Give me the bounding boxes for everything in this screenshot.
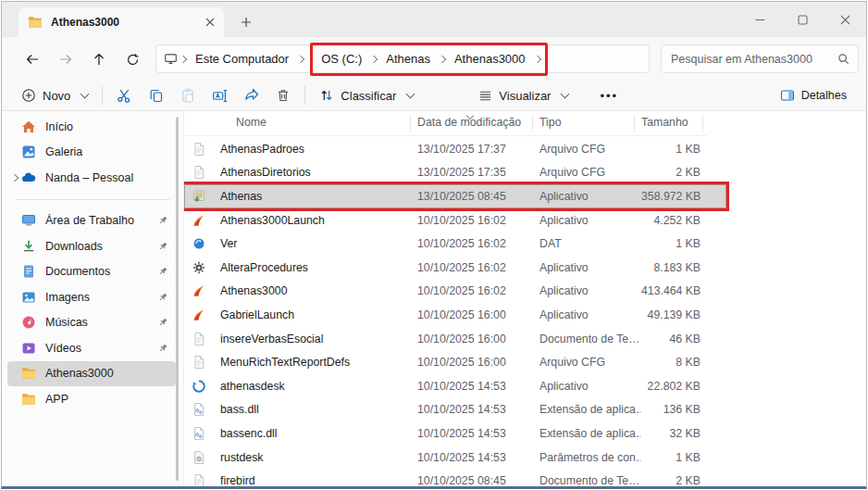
column-header-data[interactable]: Data de modificação <box>417 116 521 129</box>
file-row-gabriellaunch[interactable]: GabrielLaunch10/10/2025 16:00Aplicativo4… <box>184 303 726 327</box>
navigation-bar: Este Computador OS (C:)AthenasAthenas300… <box>2 37 866 81</box>
column-header-tipo[interactable]: Tipo <box>539 116 561 129</box>
tab-close-icon[interactable] <box>205 18 215 27</box>
chevron-down-icon <box>406 90 415 99</box>
file-name: bass.dll <box>216 403 417 416</box>
file-name: Athenas <box>216 190 417 203</box>
share-button[interactable] <box>236 82 267 108</box>
dll-icon <box>192 426 206 441</box>
chevron-right-icon[interactable] <box>7 175 21 181</box>
file-row-menurichtextreportdefs[interactable]: MenuRichTextReportDefs10/10/2025 16:00Ar… <box>184 350 726 374</box>
file-name: AthenasPadroes <box>216 143 417 156</box>
delete-button[interactable] <box>267 82 299 108</box>
folder-icon <box>21 366 36 381</box>
tab-athenas3000[interactable]: Athenas3000 <box>19 7 224 37</box>
rename-button[interactable] <box>204 82 236 108</box>
file-row-alteraprocedures[interactable]: AlteraProcedures10/10/2025 16:02Aplicati… <box>184 256 726 280</box>
new-button-label: Novo <box>43 89 70 103</box>
file-size: 4.252 KB <box>641 214 701 227</box>
doc-file-icon <box>192 332 206 346</box>
file-row-athenasdiretorios[interactable]: AthenasDiretorios13/10/2025 17:35Arquivo… <box>184 161 726 185</box>
column-separator[interactable] <box>702 115 703 131</box>
up-button[interactable] <box>85 45 113 73</box>
close-button[interactable] <box>824 2 866 37</box>
file-size: 32 KB <box>641 427 701 440</box>
plus-circle-icon <box>21 88 36 103</box>
column-separator[interactable] <box>410 115 411 131</box>
paste-button[interactable] <box>172 82 204 108</box>
column-separator[interactable] <box>532 115 533 131</box>
file-row-athenas3000launch[interactable]: Athenas3000Launch10/10/2025 16:02Aplicat… <box>184 208 726 232</box>
details-button[interactable]: Detalhes <box>772 82 855 108</box>
search-icon[interactable] <box>837 52 850 66</box>
breadcrumb-item-athenas[interactable]: Athenas <box>379 52 437 66</box>
column-separator[interactable] <box>634 115 635 131</box>
share-icon <box>244 88 259 103</box>
sidebar-item-athenas3000[interactable]: Athenas3000 <box>7 361 176 387</box>
file-type: Aplicativo <box>539 308 641 321</box>
athenas-app-icon <box>192 213 206 228</box>
search-box[interactable] <box>661 44 859 73</box>
file-row-rustdesk[interactable]: rustdesk10/10/2025 14:53Parâmetros de co… <box>184 446 726 470</box>
sort-button[interactable]: Classificar <box>311 82 422 108</box>
sidebar-item-imagens[interactable]: Imagens <box>7 284 176 310</box>
file-row-ver[interactable]: Ver10/10/2025 16:02DAT1 KB <box>184 232 726 256</box>
home-icon <box>21 119 36 134</box>
sidebar-item-label: Início <box>45 120 176 133</box>
sidebar-item-videos[interactable]: Vídeos <box>7 335 176 361</box>
sidebar-item-documentos[interactable]: Documentos <box>7 259 176 285</box>
more-button[interactable]: ••• <box>591 82 626 108</box>
blue-dot-icon <box>192 236 206 251</box>
file-row-athenasdesk[interactable]: athenasdesk10/10/2025 14:53Aplicativo22.… <box>184 374 726 398</box>
file-row-athenas3000[interactable]: Athenas300010/10/2025 16:02Aplicativo413… <box>184 280 726 304</box>
file-row-firebird[interactable]: firebird10/10/2025 08:45Documento de Te…… <box>184 469 726 486</box>
toolbar-divider <box>102 86 103 105</box>
desktop-icon <box>21 213 36 228</box>
sidebar-item-downloads[interactable]: Downloads <box>7 233 176 259</box>
breadcrumb-item-este-computador[interactable]: Este Computador <box>189 52 295 66</box>
file-type: Documento de Te… <box>539 333 641 346</box>
file-row-insereverbasesocial[interactable]: insereVerbasEsocial10/10/2025 16:00Docum… <box>184 327 726 351</box>
file-row-athenaspadroes[interactable]: AthenasPadroes13/10/2025 17:37Arquivo CF… <box>184 137 726 161</box>
new-button[interactable]: Novo <box>13 82 96 108</box>
cut-button[interactable] <box>108 82 141 108</box>
sidebar-item-galeria[interactable]: Galeria <box>7 140 176 166</box>
sidebar-item-musicas[interactable]: Músicas <box>7 310 176 336</box>
scissors-icon <box>117 88 132 104</box>
sidebar-scrollbar[interactable] <box>176 117 179 481</box>
breadcrumb-item-os-c[interactable]: OS (C:) <box>315 52 368 66</box>
view-button-label: Visualizar <box>499 89 551 103</box>
back-button[interactable] <box>19 45 46 73</box>
file-explorer-window: Athenas3000 <box>1 1 867 489</box>
address-bar[interactable]: Este Computador OS (C:)AthenasAthenas300… <box>155 44 650 73</box>
new-tab-button[interactable] <box>235 11 257 33</box>
file-row-bassenc-dll[interactable]: bassenc.dll10/10/2025 14:53Extensão de a… <box>184 421 726 446</box>
sidebar-item-inicio[interactable]: Início <box>7 114 176 140</box>
breadcrumb-item-athenas3000[interactable]: Athenas3000 <box>448 52 532 66</box>
view-button[interactable]: Visualizar <box>470 82 577 108</box>
sidebar-item-nanda-pessoal[interactable]: Nanda – Pessoal <box>7 165 176 191</box>
pin-icon <box>157 292 168 303</box>
file-name: MenuRichTextReportDefs <box>216 356 417 369</box>
sidebar-item-area-de-trabalho[interactable]: Área de Trabalho <box>7 208 176 234</box>
sidebar-item-app[interactable]: APP <box>7 386 176 412</box>
file-row-bass-dll[interactable]: bass.dll10/10/2025 14:53Extensão de apli… <box>184 398 726 422</box>
file-size: 1 KB <box>641 237 701 250</box>
arrow-left-icon <box>25 52 40 67</box>
minimize-button[interactable] <box>738 2 781 37</box>
close-icon <box>840 15 850 25</box>
dll-file-icon <box>192 402 206 417</box>
athenas-app-file-icon <box>192 213 206 228</box>
file-type: Aplicativo <box>539 380 641 393</box>
downloads-icon <box>21 239 36 254</box>
column-header-tamanho[interactable]: Tamanho <box>641 116 688 129</box>
forward-button[interactable] <box>52 45 80 73</box>
doc-icon <box>192 332 206 346</box>
refresh-button[interactable] <box>118 45 146 73</box>
file-row-athenas[interactable]: Athenas13/10/2025 08:45Aplicativo358.972… <box>184 184 726 208</box>
column-header-nome[interactable]: Nome <box>236 116 267 129</box>
copy-button[interactable] <box>141 82 172 108</box>
search-input[interactable] <box>669 52 837 67</box>
maximize-button[interactable] <box>781 2 824 37</box>
file-size: 2 KB <box>641 166 701 179</box>
